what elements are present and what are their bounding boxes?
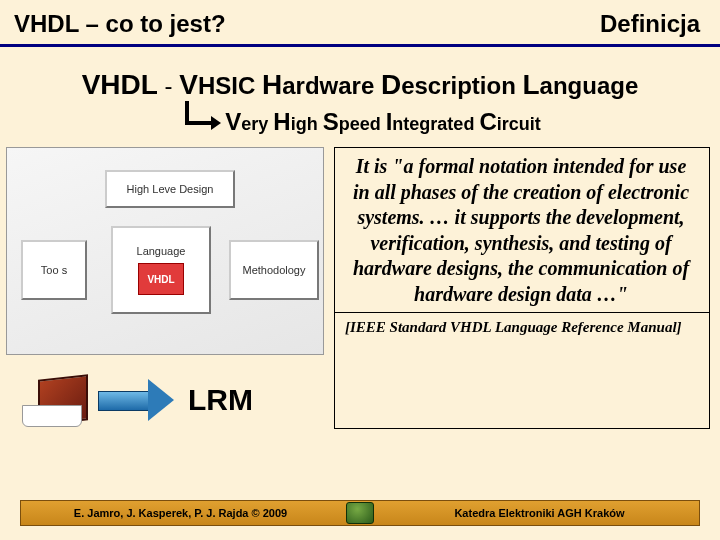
content-row: High Leve Design Too s Language VHDL Met… [0, 147, 720, 429]
quote-text: It is "a formal notation intended for us… [335, 148, 709, 312]
footer-bar: E. Jamro, J. Kasperek, P. J. Rajda © 200… [20, 500, 700, 526]
vhdl-chip: VHDL [138, 263, 184, 295]
agh-logo-icon [346, 502, 374, 524]
footer-right: Katedra Elektroniki AGH Kraków [380, 507, 699, 519]
box-tools: Too s [21, 240, 87, 300]
quote-box: It is "a formal notation intended for us… [334, 147, 710, 429]
lrm-row: LRM [6, 371, 326, 429]
slide: VHDL – co to jest? Definicja VHDL - VHSI… [0, 0, 720, 540]
box-language: Language VHDL [111, 226, 211, 314]
header-left: VHDL – co to jest? [14, 10, 226, 38]
hook-arrow-icon [179, 107, 219, 137]
subline-row: Very High Speed Integrated Circuit [0, 107, 720, 137]
book-icon [14, 371, 86, 429]
box-high-level-design: High Leve Design [105, 170, 235, 208]
vhdl-lead: VHDL [82, 69, 158, 100]
block-diagram: High Leve Design Too s Language VHDL Met… [6, 147, 324, 355]
footer-left: E. Jamro, J. Kasperek, P. J. Rajda © 200… [21, 507, 340, 519]
dash: - [158, 72, 179, 99]
diagram-column: High Leve Design Too s Language VHDL Met… [6, 147, 326, 429]
header: VHDL – co to jest? Definicja [0, 0, 720, 47]
arrow-right-icon [98, 379, 176, 421]
vhsic-expansion: Very High Speed Integrated Circuit [225, 108, 540, 136]
acronym-line: VHDL - VHSIC Hardware Description Langua… [0, 69, 720, 101]
language-label: Language [137, 245, 186, 257]
citation: [IEEE Standard VHDL Language Reference M… [335, 312, 709, 344]
box-methodology: Methodology [229, 240, 319, 300]
header-right: Definicja [600, 10, 700, 38]
lrm-label: LRM [188, 383, 253, 417]
